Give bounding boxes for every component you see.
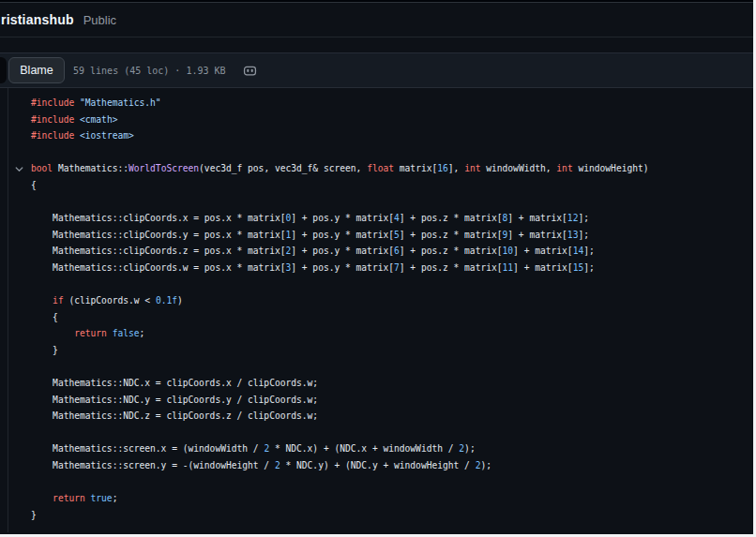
code-line: { <box>31 177 753 194</box>
blame-tab[interactable]: Blame <box>8 57 65 83</box>
github-file-view: ristianshub Public Blame 59 lines (45 lo… <box>0 0 753 534</box>
code-line: { <box>31 309 753 326</box>
code-line: #include "Mathematics.h" <box>31 95 753 112</box>
code-line: Mathematics::screen.x = (windowWidth / 2… <box>31 440 753 457</box>
code-line: return true; <box>31 490 753 507</box>
repo-header: ristianshub Public <box>0 3 753 37</box>
copilot-icon <box>243 64 257 78</box>
content-gap <box>0 37 753 52</box>
file-meta: 59 lines (45 loc) · 1.93 KB <box>73 66 226 76</box>
code-line: return false; <box>31 325 753 342</box>
code-line: } <box>31 507 753 524</box>
code-line <box>31 276 753 293</box>
copilot-button[interactable] <box>240 60 261 81</box>
code-line: Mathematics::clipCoords.y = pos.x * matr… <box>31 227 753 244</box>
code-line: } <box>31 342 753 359</box>
code-line: Mathematics::screen.y = -(windowHeight /… <box>31 457 753 474</box>
repo-name[interactable]: ristianshub <box>1 12 74 27</box>
code-line: bool Mathematics::WorldToScreen(vec3d_f … <box>31 160 753 177</box>
code-line <box>31 474 753 491</box>
code-line: Mathematics::NDC.z = clipCoords.z / clip… <box>31 408 753 425</box>
code-line: Mathematics::clipCoords.w = pos.x * matr… <box>31 260 753 276</box>
repo-visibility-badge: Public <box>83 13 116 27</box>
code-line: Mathematics::clipCoords.z = pos.x * matr… <box>31 243 753 260</box>
code-line: if (clipCoords.w < 0.1f) <box>31 292 753 309</box>
code-line: #include <iostream> <box>31 127 753 144</box>
code-line <box>31 425 753 441</box>
code-line <box>31 359 753 376</box>
code-line: Mathematics::NDC.x = clipCoords.x / clip… <box>31 375 753 392</box>
chevron-down-icon[interactable] <box>12 162 25 175</box>
code-panel: #include "Mathematics.h"#include <cmath>… <box>8 88 753 532</box>
code-line <box>31 144 753 161</box>
code-line: Mathematics::clipCoords.x = pos.x * matr… <box>31 210 753 227</box>
file-toolbar: Blame 59 lines (45 loc) · 1.93 KB <box>0 52 753 88</box>
code-line <box>31 194 753 211</box>
code-line: #include <cmath> <box>31 112 753 128</box>
code-tab-partial[interactable] <box>0 57 7 83</box>
code-lines: #include "Mathematics.h"#include <cmath>… <box>8 88 753 523</box>
blame-tab-label: Blame <box>20 64 53 77</box>
code-line: Mathematics::NDC.y = clipCoords.y / clip… <box>31 392 753 409</box>
